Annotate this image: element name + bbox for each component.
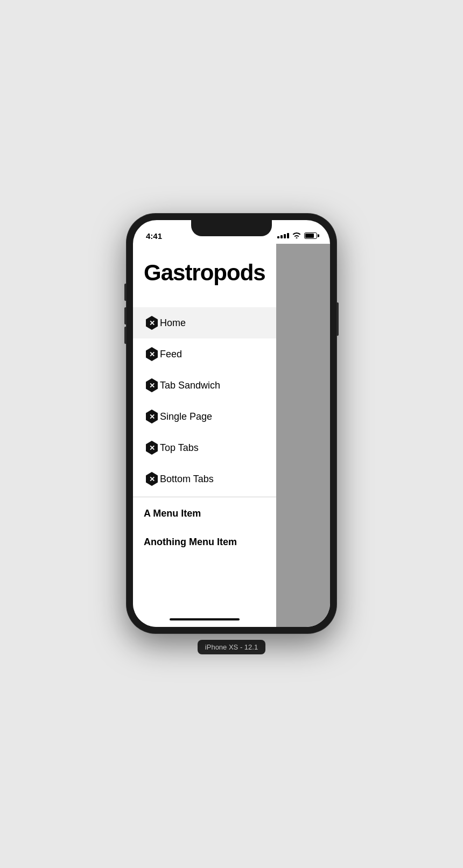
menu-item-top-tabs-label: Top Tabs	[160, 442, 199, 454]
home-indicator	[133, 614, 276, 627]
svg-text:✕: ✕	[149, 382, 155, 390]
screen-content: Gastropods ✕ Home	[133, 244, 330, 627]
menu-divider	[133, 497, 276, 497]
wifi-icon	[292, 231, 301, 240]
menu-item-another-menu-item[interactable]: Anothing Menu Item	[133, 528, 276, 556]
menu-item-home[interactable]: ✕ Home	[133, 307, 276, 338]
menu-item-home-label: Home	[160, 317, 186, 329]
hexagon-icon: ✕	[144, 471, 160, 487]
menu-item-tab-sandwich[interactable]: ✕ Tab Sandwich	[133, 370, 276, 401]
menu-item-single-page[interactable]: ✕ Single Page	[133, 401, 276, 432]
signal-bars-icon	[277, 233, 289, 238]
hexagon-icon: ✕	[144, 408, 160, 425]
menu-item-a-menu-item[interactable]: A Menu Item	[133, 499, 276, 528]
phone-screen: 4:41	[133, 220, 330, 627]
status-time: 4:41	[146, 231, 162, 241]
hexagon-icon: ✕	[144, 346, 160, 362]
menu-list: ✕ Home ✕ Fee	[133, 307, 276, 614]
menu-item-feed-label: Feed	[160, 349, 182, 360]
phone-frame: 4:41	[127, 214, 336, 633]
home-bar	[170, 618, 240, 620]
hexagon-icon: ✕	[144, 440, 160, 456]
menu-item-tab-sandwich-label: Tab Sandwich	[160, 380, 220, 391]
battery-fill	[305, 234, 314, 238]
svg-text:✕: ✕	[149, 413, 155, 421]
svg-text:✕: ✕	[149, 444, 155, 452]
app-title: Gastropods	[133, 244, 276, 307]
phone-wrapper: 4:41	[127, 214, 336, 654]
hexagon-icon: ✕	[144, 315, 160, 331]
device-label: iPhone XS - 12.1	[198, 640, 265, 654]
menu-item-bottom-tabs[interactable]: ✕ Bottom Tabs	[133, 463, 276, 495]
svg-text:✕: ✕	[149, 319, 155, 327]
side-panel	[276, 244, 330, 627]
notch	[191, 220, 272, 236]
svg-text:✕: ✕	[149, 475, 155, 483]
menu-item-another-menu-item-label: Anothing Menu Item	[144, 537, 237, 547]
hexagon-icon: ✕	[144, 377, 160, 393]
menu-item-bottom-tabs-label: Bottom Tabs	[160, 474, 214, 485]
main-panel: Gastropods ✕ Home	[133, 244, 276, 627]
menu-item-top-tabs[interactable]: ✕ Top Tabs	[133, 432, 276, 463]
svg-text:✕: ✕	[149, 350, 155, 358]
status-icons	[277, 231, 317, 240]
battery-icon	[304, 232, 317, 239]
menu-item-a-menu-item-label: A Menu Item	[144, 508, 201, 519]
menu-item-single-page-label: Single Page	[160, 411, 212, 422]
menu-item-feed[interactable]: ✕ Feed	[133, 338, 276, 370]
